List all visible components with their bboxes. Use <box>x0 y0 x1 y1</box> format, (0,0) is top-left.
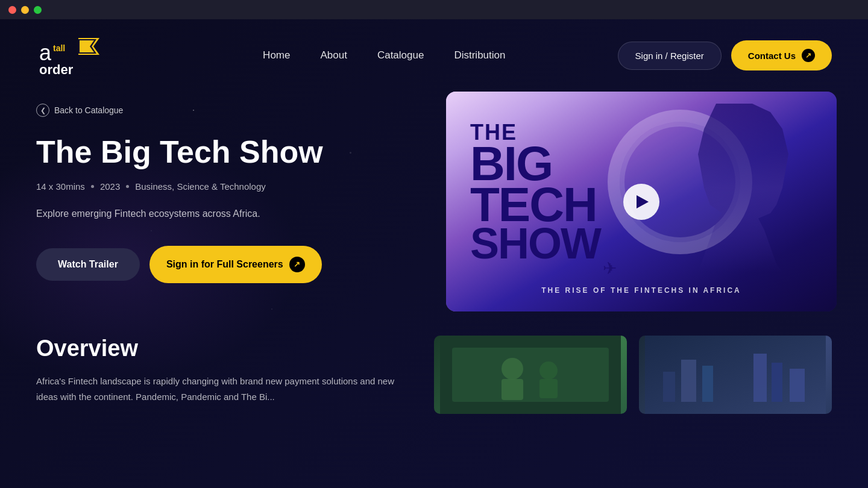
show-description: Explore emerging Fintech ecosystems acro… <box>36 206 410 222</box>
right-panel: THE BIG TECH SHOW ✈ THE RISE OF THE FINT… <box>446 92 837 311</box>
overview-image-2 <box>639 336 832 414</box>
play-icon <box>637 195 649 208</box>
nav-center: Home About Catalogue Distribution <box>102 49 618 61</box>
svg-point-10 <box>539 361 558 380</box>
nav-about[interactable]: About <box>320 49 347 61</box>
overview-right <box>434 336 832 414</box>
header: a tall order Home About Catalogue Distri… <box>0 19 868 92</box>
signin-button[interactable]: Sign in / Register <box>618 42 722 70</box>
play-button[interactable] <box>623 184 659 220</box>
svg-rect-15 <box>681 360 696 402</box>
meta-dot-2 <box>126 185 129 188</box>
svg-text:order: order <box>39 62 74 77</box>
show-genre: Business, Science & Technology <box>135 181 266 192</box>
nav-links: Home About Catalogue Distribution <box>263 49 505 61</box>
screeners-label: Sign in for Full Screeners <box>166 259 283 270</box>
contact-arrow-icon: ↗ <box>802 49 815 62</box>
back-icon: ❮ <box>36 104 49 117</box>
svg-rect-7 <box>452 348 609 402</box>
contact-label: Contact Us <box>748 51 796 61</box>
nav-catalogue[interactable]: Catalogue <box>377 49 424 61</box>
contact-button[interactable]: Contact Us ↗ <box>731 40 832 70</box>
back-to-catalogue[interactable]: ❮ Back to Catalogue <box>36 104 410 117</box>
logo[interactable]: a tall order <box>36 33 102 78</box>
svg-rect-19 <box>790 369 805 402</box>
left-panel: ❮ Back to Catalogue The Big Tech Show 14… <box>36 92 410 311</box>
overview-title: Overview <box>36 336 410 361</box>
watch-trailer-button[interactable]: Watch Trailer <box>36 248 140 281</box>
show-title: The Big Tech Show <box>36 135 410 169</box>
svg-rect-11 <box>539 379 558 398</box>
overview-text: Africa's Fintech landscape is rapidly ch… <box>36 374 410 404</box>
screeners-arrow-icon: ↗ <box>289 257 305 272</box>
svg-point-8 <box>502 358 523 380</box>
nav-home[interactable]: Home <box>263 49 290 61</box>
main-content: ❮ Back to Catalogue The Big Tech Show 14… <box>0 92 868 311</box>
thumbnail-airplane-icon: ✈ <box>603 258 617 278</box>
svg-rect-17 <box>753 354 767 402</box>
action-buttons: Watch Trailer Sign in for Full Screeners… <box>36 246 410 283</box>
show-year: 2023 <box>100 181 120 192</box>
nav-actions: Sign in / Register Contact Us ↗ <box>618 40 832 70</box>
screeners-button[interactable]: Sign in for Full Screeners ↗ <box>149 246 322 283</box>
thumbnail-text: THE BIG TECH SHOW <box>470 122 600 262</box>
overview-img-placeholder-1 <box>434 336 627 414</box>
svg-text:a: a <box>39 40 52 65</box>
back-label: Back to Catalogue <box>54 105 123 115</box>
overview-img-placeholder-2 <box>639 336 832 414</box>
video-thumbnail[interactable]: THE BIG TECH SHOW ✈ THE RISE OF THE FINT… <box>446 92 837 311</box>
window-bar <box>0 0 868 19</box>
svg-rect-9 <box>502 379 523 400</box>
thumbnail-show: SHOW <box>470 225 600 262</box>
window-dot-fullscreen[interactable] <box>34 6 42 14</box>
svg-rect-18 <box>772 363 782 402</box>
show-meta: 14 x 30mins 2023 Business, Science & Tec… <box>36 181 410 192</box>
overview-image-1 <box>434 336 627 414</box>
overview-left: Overview Africa's Fintech landscape is r… <box>36 336 410 414</box>
svg-rect-16 <box>702 366 713 402</box>
page: a tall order Home About Catalogue Distri… <box>0 19 868 488</box>
window-dot-minimize[interactable] <box>21 6 29 14</box>
nav-distribution[interactable]: Distribution <box>454 49 505 61</box>
overview-section: Overview Africa's Fintech landscape is r… <box>0 311 868 414</box>
svg-rect-14 <box>663 372 675 402</box>
thumbnail-subtitle: THE RISE OF THE FINTECHS IN AFRICA <box>446 286 837 295</box>
window-dot-close[interactable] <box>8 6 16 14</box>
meta-dot-1 <box>91 185 94 188</box>
show-episodes: 14 x 30mins <box>36 181 85 192</box>
svg-text:tall: tall <box>53 43 65 53</box>
